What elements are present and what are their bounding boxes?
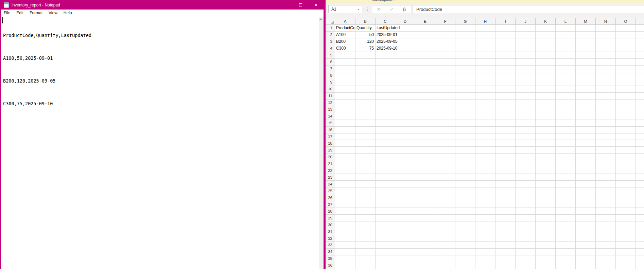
cell-J26[interactable] bbox=[516, 194, 536, 201]
cell-D19[interactable] bbox=[395, 147, 415, 154]
cell-J3[interactable] bbox=[516, 38, 536, 45]
cell-I2[interactable] bbox=[495, 32, 516, 38]
cell-H1[interactable] bbox=[475, 25, 495, 32]
cell-G6[interactable] bbox=[455, 59, 475, 66]
cell-I36[interactable] bbox=[495, 262, 516, 269]
cell-B35[interactable] bbox=[355, 255, 376, 262]
cell-E33[interactable] bbox=[415, 242, 435, 249]
cell-D36[interactable] bbox=[395, 262, 415, 269]
cell-C36[interactable] bbox=[376, 262, 395, 269]
cell-D21[interactable] bbox=[395, 160, 415, 167]
cell-F17[interactable] bbox=[435, 133, 455, 140]
cell-C22[interactable] bbox=[376, 167, 395, 174]
row-header-12[interactable]: 12 bbox=[326, 100, 335, 106]
cell-N32[interactable] bbox=[596, 235, 616, 242]
cell-J25[interactable] bbox=[516, 187, 536, 194]
cell-C24[interactable] bbox=[376, 181, 395, 187]
cell-A23[interactable] bbox=[335, 174, 355, 181]
cell-N12[interactable] bbox=[596, 100, 616, 106]
cell-C6[interactable] bbox=[376, 59, 395, 66]
cell-B2[interactable]: 50 bbox=[355, 32, 376, 38]
cell-K15[interactable] bbox=[536, 120, 556, 127]
cell-G15[interactable] bbox=[455, 120, 475, 127]
select-all-corner[interactable] bbox=[326, 18, 335, 25]
cell-A17[interactable] bbox=[335, 133, 355, 140]
cell-F16[interactable] bbox=[435, 127, 455, 133]
row-header-22[interactable]: 22 bbox=[326, 167, 335, 174]
cell-K2[interactable] bbox=[536, 32, 556, 38]
cell-E27[interactable] bbox=[415, 201, 435, 208]
cell-L26[interactable] bbox=[556, 194, 576, 201]
cell-O16[interactable] bbox=[616, 127, 636, 133]
cell-A29[interactable] bbox=[335, 215, 355, 221]
cell-N5[interactable] bbox=[596, 52, 616, 59]
cell-D30[interactable] bbox=[395, 221, 415, 228]
cell-N16[interactable] bbox=[596, 127, 616, 133]
cell-B5[interactable] bbox=[355, 52, 376, 59]
cell-O35[interactable] bbox=[616, 255, 636, 262]
row-header-35[interactable]: 35 bbox=[326, 255, 335, 262]
cell-C15[interactable] bbox=[376, 120, 395, 127]
cell-M4[interactable] bbox=[576, 45, 596, 52]
cell-E18[interactable] bbox=[415, 140, 435, 147]
cell-J31[interactable] bbox=[516, 228, 536, 235]
row-header-29[interactable]: 29 bbox=[326, 215, 335, 221]
cell-F7[interactable] bbox=[435, 66, 455, 72]
cell-C1[interactable]: LastUpdated bbox=[376, 25, 395, 32]
cell-J7[interactable] bbox=[516, 66, 536, 72]
cell-partial-27[interactable] bbox=[636, 201, 644, 208]
cell-J19[interactable] bbox=[516, 147, 536, 154]
cell-I13[interactable] bbox=[495, 106, 516, 113]
cell-L10[interactable] bbox=[556, 86, 576, 93]
cell-N24[interactable] bbox=[596, 181, 616, 187]
cell-F13[interactable] bbox=[435, 106, 455, 113]
cell-N31[interactable] bbox=[596, 228, 616, 235]
cell-D23[interactable] bbox=[395, 174, 415, 181]
cell-N20[interactable] bbox=[596, 154, 616, 160]
cell-D34[interactable] bbox=[395, 249, 415, 255]
cell-K32[interactable] bbox=[536, 235, 556, 242]
cell-I14[interactable] bbox=[495, 113, 516, 120]
cell-K4[interactable] bbox=[536, 45, 556, 52]
row-header-18[interactable]: 18 bbox=[326, 140, 335, 147]
cell-D5[interactable] bbox=[395, 52, 415, 59]
cell-B28[interactable] bbox=[355, 208, 376, 215]
cell-H10[interactable] bbox=[475, 86, 495, 93]
cell-K20[interactable] bbox=[536, 154, 556, 160]
cell-H5[interactable] bbox=[475, 52, 495, 59]
row-header-6[interactable]: 6 bbox=[326, 59, 335, 66]
cell-H32[interactable] bbox=[475, 235, 495, 242]
enter-icon[interactable]: ✓ bbox=[390, 7, 394, 12]
row-header-17[interactable]: 17 bbox=[326, 133, 335, 140]
cell-G13[interactable] bbox=[455, 106, 475, 113]
cell-J11[interactable] bbox=[516, 93, 536, 100]
cell-G31[interactable] bbox=[455, 228, 475, 235]
row-header-28[interactable]: 28 bbox=[326, 208, 335, 215]
cell-A28[interactable] bbox=[335, 208, 355, 215]
cell-J17[interactable] bbox=[516, 133, 536, 140]
cell-G23[interactable] bbox=[455, 174, 475, 181]
cell-O25[interactable] bbox=[616, 187, 636, 194]
cell-G25[interactable] bbox=[455, 187, 475, 194]
cell-G16[interactable] bbox=[455, 127, 475, 133]
cell-H22[interactable] bbox=[475, 167, 495, 174]
cell-A35[interactable] bbox=[335, 255, 355, 262]
row-header-16[interactable]: 16 bbox=[326, 127, 335, 133]
column-header-partial[interactable] bbox=[636, 18, 644, 25]
cell-L22[interactable] bbox=[556, 167, 576, 174]
formula-bar[interactable]: ProductCode bbox=[413, 5, 644, 13]
row-header-27[interactable]: 27 bbox=[326, 201, 335, 208]
cell-A21[interactable] bbox=[335, 160, 355, 167]
cell-D27[interactable] bbox=[395, 201, 415, 208]
cell-J23[interactable] bbox=[516, 174, 536, 181]
cell-C25[interactable] bbox=[376, 187, 395, 194]
cell-H19[interactable] bbox=[475, 147, 495, 154]
cell-M18[interactable] bbox=[576, 140, 596, 147]
cell-L20[interactable] bbox=[556, 154, 576, 160]
column-header-E[interactable]: E bbox=[415, 18, 435, 25]
cell-K7[interactable] bbox=[536, 66, 556, 72]
row-header-5[interactable]: 5 bbox=[326, 52, 335, 59]
cell-L14[interactable] bbox=[556, 113, 576, 120]
cell-M20[interactable] bbox=[576, 154, 596, 160]
cell-F4[interactable] bbox=[435, 45, 455, 52]
